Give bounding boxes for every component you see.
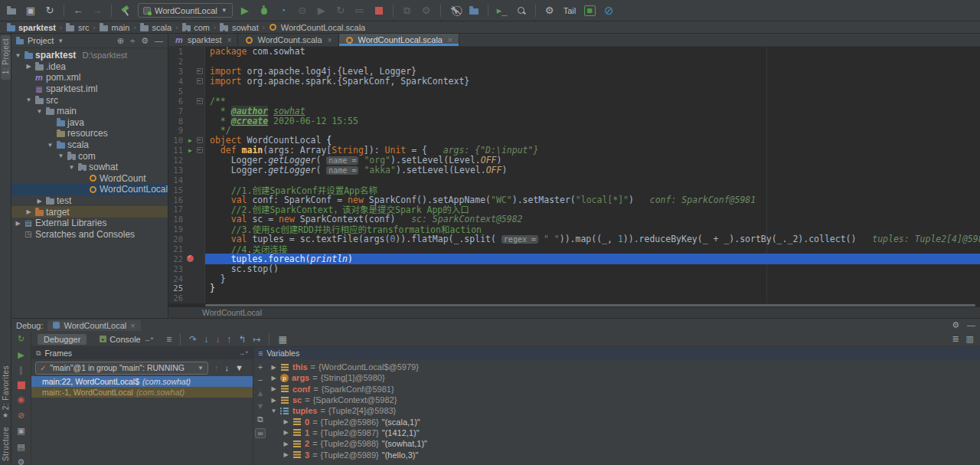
code-text[interactable]: package com.sowhat: [205, 47, 980, 57]
project-tree-row[interactable]: ▶.idea: [11, 61, 168, 73]
filter-frames-icon[interactable]: ▼: [235, 363, 243, 372]
editor-tab[interactable]: WordCount.scala×: [238, 34, 338, 46]
forward-icon[interactable]: →: [90, 4, 104, 18]
project-tree-row[interactable]: ▼sowhat: [11, 162, 168, 173]
project-tree-row[interactable]: ▼com: [11, 150, 168, 162]
back-icon[interactable]: ←: [71, 4, 85, 18]
fold-marker-icon[interactable]: −: [195, 137, 204, 143]
move-up-icon[interactable]: ▲: [256, 388, 265, 398]
step-out-icon[interactable]: ↑: [227, 334, 231, 345]
variable-row[interactable]: ▶pargs={String[1]@5980}: [267, 372, 980, 383]
hide-panel-icon[interactable]: —: [967, 320, 975, 330]
fold-marker-icon[interactable]: −: [195, 147, 204, 153]
rerun-debug-icon[interactable]: ↻: [15, 334, 28, 344]
project-panel-title[interactable]: Project: [28, 36, 54, 45]
code-line[interactable]: 10▶−object WordCountLocal {: [168, 136, 980, 146]
run-list-icon[interactable]: ≔: [353, 4, 367, 18]
run-to-cursor-icon[interactable]: ↦: [253, 334, 260, 345]
project-tree-row[interactable]: ▼sparktestD:\sparktest: [11, 50, 168, 61]
layout-menu-icon[interactable]: ≡: [166, 334, 172, 345]
profiler-button[interactable]: ◔: [276, 4, 290, 18]
code-line[interactable]: 5: [168, 87, 980, 97]
duplicate-icon[interactable]: ⧉: [257, 414, 263, 424]
next-frame-icon[interactable]: ↓: [225, 363, 230, 372]
coverage-button[interactable]: ⊙: [296, 4, 309, 18]
step-into-icon[interactable]: ↓: [204, 334, 208, 345]
gear-download-icon[interactable]: ⚙: [420, 4, 433, 18]
code-line[interactable]: 1package com.sowhat: [168, 47, 980, 57]
project-tree-row[interactable]: ▼src: [11, 94, 168, 106]
variable-row[interactable]: ▶3={Tuple2@5989}"(hello,3)": [267, 449, 980, 460]
tree-arrow-icon[interactable]: ▼: [68, 164, 75, 171]
tree-arrow-icon[interactable]: ▶: [25, 208, 32, 215]
sync-icon[interactable]: ↻: [43, 4, 57, 18]
code-line[interactable]: 11▶− def main(args: Array[String]): Unit…: [168, 146, 980, 156]
breadcrumb-item[interactable]: main: [100, 23, 130, 32]
layout-settings-icon[interactable]: ≣: [952, 334, 959, 344]
force-step-into-icon[interactable]: ↓: [215, 334, 220, 345]
project-tree-row[interactable]: ▼scala: [11, 139, 168, 151]
search-everywhere-icon[interactable]: [514, 4, 528, 18]
code-line[interactable]: 13 Logger.getLogger( name = "akka").setL…: [168, 165, 980, 175]
project-tree-row[interactable]: WordCountLocal: [11, 184, 168, 195]
chevron-down-icon[interactable]: ▼: [57, 38, 64, 44]
copy-dim-icon[interactable]: ⧉: [400, 4, 414, 18]
breadcrumb-item[interactable]: sparktest: [6, 23, 56, 32]
tree-arrow-icon[interactable]: ▼: [25, 97, 32, 103]
code-editor[interactable]: 1package com.sowhat23−import org.apache.…: [168, 47, 980, 303]
code-line[interactable]: 12 Logger.getLogger( name = "org").setLe…: [168, 156, 980, 165]
disable-circle-icon[interactable]: ⊘: [602, 4, 616, 18]
tree-arrow-icon[interactable]: ▶: [270, 397, 277, 404]
code-line[interactable]: 23 sc.stop(): [168, 264, 980, 273]
code-line[interactable]: 25}: [168, 283, 980, 293]
code-line[interactable]: 26: [168, 293, 980, 303]
editor-tab[interactable]: WordCountLocal.scala×: [339, 34, 459, 46]
step-over-icon[interactable]: ↷: [189, 334, 197, 345]
debug-button[interactable]: [257, 4, 271, 18]
tree-arrow-icon[interactable]: ▶: [270, 364, 277, 371]
variable-row[interactable]: ▶this={WordCountLocal$@5979}: [267, 362, 980, 372]
editor-breadcrumb-item[interactable]: WordCountLocal: [202, 308, 262, 317]
rerun-icon[interactable]: ↻: [334, 4, 348, 18]
tab-debugger[interactable]: Debugger: [38, 334, 87, 345]
stop-debug-icon[interactable]: [15, 381, 28, 389]
project-tree-row[interactable]: ▶▤External Libraries: [11, 218, 168, 229]
mute-breakpoints-icon[interactable]: ⊘: [15, 411, 28, 421]
tree-arrow-icon[interactable]: ▶: [283, 451, 289, 458]
run-configuration-select[interactable]: WordCountLocal ▼: [138, 3, 233, 18]
fold-marker-icon[interactable]: −: [195, 78, 204, 84]
tool-window-tab-structure[interactable]: Structure: [2, 427, 10, 463]
variable-row[interactable]: ▼tuples={Tuple2[4]@5983}: [267, 405, 980, 416]
breakpoint-icon[interactable]: [185, 255, 195, 262]
breadcrumb-item[interactable]: com: [181, 23, 210, 32]
code-line[interactable]: 24 }: [168, 273, 980, 283]
variable-row[interactable]: ▶sc={SparkContext@5982}: [267, 395, 980, 405]
run-gutter-icon[interactable]: ▶: [185, 137, 195, 144]
variable-row[interactable]: ▶2={Tuple2@5988}"(sowhat,1)": [267, 438, 980, 449]
thread-dump-camera-icon[interactable]: ▣: [15, 426, 28, 436]
gear-icon[interactable]: ⚙: [141, 36, 149, 46]
tree-arrow-icon[interactable]: ▶: [36, 198, 43, 205]
code-line[interactable]: 9 */: [168, 126, 980, 136]
variable-row[interactable]: ▶0={Tuple2@5986}"(scala,1)": [267, 416, 980, 427]
tree-arrow-icon[interactable]: ▼: [47, 142, 54, 149]
frames-header-action-icon[interactable]: →*: [238, 349, 248, 357]
tree-arrow-icon[interactable]: ▼: [270, 408, 277, 414]
wrench-icon[interactable]: 🔧︎⃠: [448, 4, 462, 18]
pause-program-icon[interactable]: ∥: [15, 365, 28, 375]
tail-plugin-label[interactable]: Tail: [562, 6, 578, 15]
tool-window-tab-favorites[interactable]: 2: Favorites ★: [2, 365, 10, 419]
stack-frame-row[interactable]: main:22, WordCountLocal$(com.sowhat): [31, 376, 253, 387]
add-watch-icon[interactable]: +: [258, 362, 263, 372]
evaluate-expression-icon[interactable]: ▦: [278, 334, 286, 345]
project-tree-row[interactable]: java: [11, 117, 168, 129]
project-tree-row[interactable]: ▶test: [11, 195, 168, 207]
breadcrumb-item[interactable]: scala: [139, 23, 172, 32]
project-tree-row[interactable]: ◳Scratches and Consoles: [11, 229, 168, 241]
watches-toggle-icon[interactable]: ∞: [255, 428, 265, 438]
open-project-icon[interactable]: [5, 4, 18, 18]
code-line[interactable]: 3−import org.apache.log4j.{Level, Logger…: [168, 67, 980, 77]
tree-arrow-icon[interactable]: ▼: [36, 108, 43, 115]
project-tree-row[interactable]: resources: [11, 128, 168, 139]
gear-icon[interactable]: ⚙: [952, 320, 959, 330]
